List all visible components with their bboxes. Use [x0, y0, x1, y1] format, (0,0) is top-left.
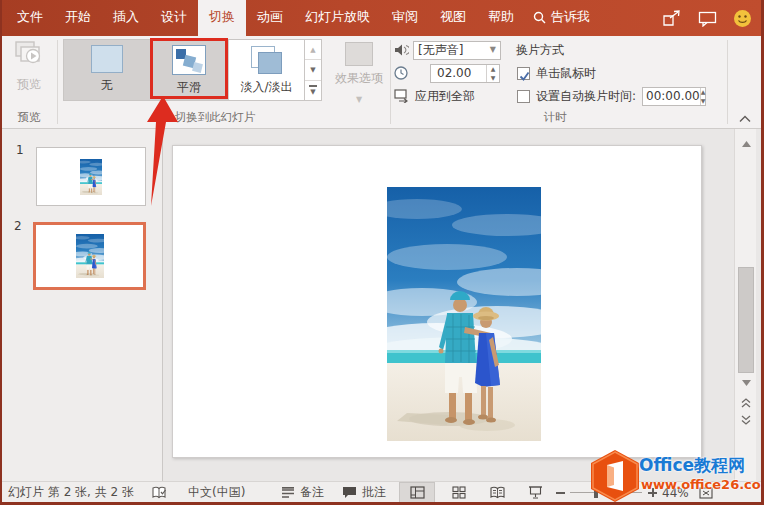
next-slide-button[interactable] — [737, 412, 755, 428]
slide-thumbnail-panel: 1 2 — [0, 129, 163, 481]
tab-file[interactable]: 文件 — [6, 0, 54, 36]
tell-me-label: 告诉我 — [551, 8, 590, 26]
sound-dropdown[interactable]: [无声音] ▼ — [413, 41, 501, 60]
slideshow-view-button[interactable] — [517, 482, 553, 503]
comments-icon[interactable] — [698, 11, 717, 27]
normal-view-button[interactable] — [399, 482, 435, 503]
slide-1-photo — [80, 159, 102, 195]
transition-none[interactable]: 无 — [64, 40, 149, 100]
zoom-out-button[interactable] — [556, 492, 565, 494]
gallery-scrollbar: ▲ ▼ ▼ — [304, 40, 321, 100]
duration-spinner[interactable]: 02.00 ▲▼ — [430, 64, 500, 83]
tab-review[interactable]: 审阅 — [381, 0, 429, 36]
gallery-scroll-up[interactable]: ▲ — [305, 40, 321, 60]
spin-up-icon[interactable]: ▲ — [487, 65, 499, 74]
group-label-preview: 预览 — [4, 110, 54, 125]
transition-none-label: 无 — [101, 77, 113, 94]
triangle-up-icon — [742, 141, 751, 147]
notes-button[interactable]: 备注 — [281, 482, 324, 503]
transition-none-icon — [91, 45, 123, 73]
tab-home[interactable]: 开始 — [54, 0, 102, 36]
comments-label: 批注 — [362, 484, 386, 501]
advance-slide-title: 换片方式 — [516, 42, 564, 59]
clock-icon — [394, 66, 408, 80]
slide-1-number: 1 — [16, 143, 24, 157]
double-chevron-down-icon — [741, 415, 751, 425]
chevron-down-icon: ▼ — [356, 96, 362, 104]
search-icon — [533, 11, 546, 24]
auto-advance-time-spinner[interactable]: 00:00.00 ▲▼ — [642, 87, 706, 106]
effect-options-label: 效果选项 — [335, 71, 383, 85]
tell-me-button[interactable]: 告诉我 — [525, 0, 598, 36]
slide-sorter-view-button[interactable] — [441, 482, 477, 503]
gallery-scroll-down[interactable]: ▼ — [305, 60, 321, 80]
tab-help[interactable]: 帮助 — [477, 0, 525, 36]
group-label-timing: 计时 — [500, 110, 610, 125]
tab-transitions[interactable]: 切换 — [198, 0, 246, 36]
apply-to-all-button[interactable]: 应用到全部 — [394, 86, 475, 106]
auto-advance-checkbox[interactable] — [517, 90, 530, 103]
slide-counter: 幻灯片 第 2 张, 共 2 张 — [8, 484, 134, 501]
sound-dropdown-value: [无声音] — [418, 42, 463, 59]
transition-fade-icon — [249, 45, 283, 75]
triangle-down-icon — [742, 380, 751, 386]
sound-icon — [394, 43, 409, 57]
notes-icon — [281, 487, 295, 499]
on-mouse-click-checkbox[interactable] — [517, 67, 530, 80]
normal-view-icon — [410, 486, 425, 499]
spellcheck-button[interactable] — [152, 482, 167, 503]
preview-button[interactable]: 预览 — [6, 40, 52, 104]
chevron-down-icon: ▼ — [490, 46, 496, 54]
auto-advance-label: 设置自动换片时间: — [536, 88, 636, 105]
group-divider — [390, 40, 391, 124]
previous-slide-button[interactable] — [737, 395, 755, 411]
scroll-up-button[interactable] — [737, 136, 755, 152]
tab-view[interactable]: 视图 — [429, 0, 477, 36]
watermark-site-name: Office教程网 — [639, 454, 745, 477]
comments-button[interactable]: 批注 — [342, 482, 386, 503]
smiley-icon[interactable] — [733, 9, 752, 28]
annotation-arrow-up — [140, 92, 184, 210]
slide-editor — [164, 129, 734, 481]
chevron-up-icon — [739, 115, 751, 123]
slide-1-thumbnail[interactable] — [36, 147, 146, 206]
gallery-more-button[interactable]: ▼ — [305, 81, 321, 100]
apply-to-all-label: 应用到全部 — [415, 88, 475, 105]
effect-options-icon — [345, 42, 373, 66]
powerpoint-window: 文件 开始 插入 设计 切换 动画 幻灯片放映 审阅 视图 帮助 告诉我 — [0, 0, 764, 505]
language-label: 中文(中国) — [188, 484, 245, 501]
check-icon — [518, 70, 531, 83]
slideshow-icon — [528, 486, 543, 499]
frame-border — [0, 0, 2, 505]
group-divider — [57, 40, 58, 124]
ribbon-tab-bar: 文件 开始 插入 设计 切换 动画 幻灯片放映 审阅 视图 帮助 告诉我 — [0, 0, 764, 36]
beach-couple-photo[interactable] — [387, 187, 541, 441]
scroll-down-button[interactable] — [737, 375, 755, 391]
tab-insert[interactable]: 插入 — [102, 0, 150, 36]
slide-2-thumbnail-selected[interactable] — [33, 222, 146, 290]
annotation-highlight-box — [150, 38, 228, 99]
slide-canvas[interactable] — [172, 145, 702, 458]
duration-value: 02.00 — [431, 65, 486, 82]
transition-fade-label: 淡入/淡出 — [240, 79, 292, 96]
reading-view-icon — [490, 486, 505, 499]
group-divider — [727, 40, 728, 124]
vertical-scrollbar[interactable] — [734, 129, 756, 481]
spin-down-icon[interactable]: ▼ — [701, 96, 706, 105]
spin-up-icon[interactable]: ▲ — [701, 88, 706, 97]
collapse-ribbon-button[interactable] — [736, 112, 754, 126]
tab-design[interactable]: 设计 — [150, 0, 198, 36]
tab-animations[interactable]: 动画 — [246, 0, 294, 36]
on-mouse-click-label: 单击鼠标时 — [536, 65, 596, 82]
share-icon[interactable] — [662, 10, 682, 27]
transition-fade[interactable]: 淡入/淡出 — [229, 40, 304, 100]
office-logo-badge — [589, 450, 641, 502]
spin-down-icon[interactable]: ▼ — [487, 73, 499, 82]
reading-view-button[interactable] — [479, 482, 515, 503]
scrollbar-thumb[interactable] — [738, 267, 754, 373]
slide-2-number: 2 — [14, 219, 22, 233]
ribbon: 预览 预览 无 平滑 淡入/淡出 ▲ ▼ ▼ — [0, 36, 764, 129]
language-button[interactable]: 中文(中国) — [188, 482, 245, 503]
effect-options-button[interactable]: 效果选项 ▼ — [331, 40, 387, 102]
tab-slideshow[interactable]: 幻灯片放映 — [294, 0, 381, 36]
